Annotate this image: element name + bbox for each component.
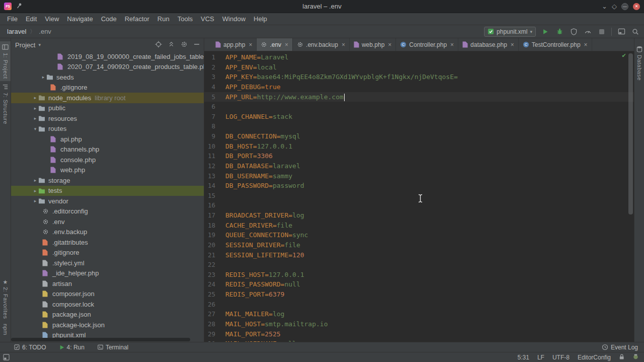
menu-code[interactable]: Code: [97, 15, 121, 23]
code-line-28[interactable]: 28MAIL_HOST=smtp.mailtrap.io: [204, 319, 634, 329]
tool-window-button-6-todo[interactable]: 6: TODO: [14, 344, 46, 351]
tool-stripe-button-npm[interactable]: npm: [0, 321, 11, 338]
code-line-21[interactable]: 21SESSION_LIFETIME=120: [204, 250, 634, 260]
expand-arrow-icon[interactable]: ▸: [32, 106, 38, 111]
run-with-coverage-button[interactable]: [569, 27, 578, 36]
tree-item-node-modules[interactable]: ▸node_moduleslibrary root: [11, 93, 204, 103]
tree-item-package-json[interactable]: package.json: [11, 310, 204, 320]
line-number[interactable]: 25: [204, 289, 225, 300]
line-number[interactable]: 18: [204, 221, 225, 231]
line-number[interactable]: 26: [204, 300, 225, 310]
tool-stripe-button-1-project[interactable]: 1: Project: [0, 41, 11, 81]
close-icon[interactable]: ✕: [633, 3, 640, 10]
window-menu-icon[interactable]: ⌄: [602, 3, 607, 10]
line-number[interactable]: 16: [204, 200, 225, 210]
editor-tab-controller-php[interactable]: CController.php×: [396, 38, 458, 51]
editor-tab-web-php[interactable]: web.php×: [350, 38, 396, 51]
line-number[interactable]: 15: [204, 191, 225, 201]
inspections-widget-icon[interactable]: [632, 353, 639, 361]
tab-close-icon[interactable]: ×: [342, 41, 345, 48]
minimize-icon[interactable]: —: [621, 3, 628, 10]
tool-stripe-button-2-favorites[interactable]: ★2: Favorites: [0, 276, 11, 321]
line-number[interactable]: 7: [204, 112, 225, 122]
tree-item-routes[interactable]: ▾routes: [11, 124, 204, 134]
chevron-down-icon[interactable]: ▾: [38, 42, 41, 47]
search-everywhere-icon[interactable]: [631, 27, 640, 36]
tree-item--editorconfig[interactable]: .editorconfig: [11, 206, 204, 217]
code-line-12[interactable]: 12DB_DATABASE=laravel: [204, 161, 634, 171]
hide-panel-icon[interactable]: [194, 41, 200, 49]
tree-item-seeds[interactable]: ▸seeds: [11, 72, 204, 83]
line-number[interactable]: 27: [204, 309, 225, 319]
line-number[interactable]: 21: [204, 250, 225, 260]
tree-item--gitignore[interactable]: .gitignore: [11, 248, 204, 258]
editor-tab-database-php[interactable]: database.php×: [458, 38, 519, 51]
menu-window[interactable]: Window: [218, 15, 250, 23]
tree-item-artisan[interactable]: artisan: [11, 278, 204, 289]
editorconfig-indicator[interactable]: EditorConfig: [578, 354, 611, 361]
menu-navigate[interactable]: Navigate: [63, 15, 97, 23]
line-number[interactable]: 24: [204, 279, 225, 289]
code-line-17[interactable]: 17BROADCAST_DRIVER=log: [204, 210, 634, 221]
tree-item--gitignore[interactable]: .gitignore: [11, 83, 204, 93]
settings-gear-icon[interactable]: [181, 41, 188, 49]
code-line-24[interactable]: 24REDIS_PASSWORD=null: [204, 279, 634, 289]
run-configuration-select[interactable]: phpunit.xml ▾: [484, 27, 536, 37]
tree-item-vendor[interactable]: ▸vendor: [11, 196, 204, 206]
menu-view[interactable]: View: [41, 15, 63, 23]
breadcrumb-file[interactable]: .env: [39, 28, 51, 35]
code-editor[interactable]: 1APP_NAME=Laravel2APP_ENV=local3APP_KEY=…: [204, 51, 634, 342]
tab-close-icon[interactable]: ×: [450, 41, 454, 48]
expand-arrow-icon[interactable]: ▸: [32, 188, 38, 193]
line-number[interactable]: 23: [204, 270, 225, 280]
tab-close-icon[interactable]: ×: [388, 41, 391, 48]
expand-arrow-icon[interactable]: ▸: [32, 198, 38, 203]
code-line-6[interactable]: 6: [204, 102, 634, 112]
editor-tab-app-php[interactable]: app.php×: [211, 38, 257, 51]
code-line-14[interactable]: 14DB_PASSWORD=password: [204, 181, 634, 191]
menu-refactor[interactable]: Refactor: [121, 15, 153, 23]
tree-item-api-php[interactable]: api.php: [11, 134, 204, 144]
code-line-19[interactable]: 19QUEUE_CONNECTION=sync: [204, 230, 634, 240]
editor-tab--env-backup[interactable]: .env.backup×: [293, 38, 350, 51]
tab-close-icon[interactable]: ×: [285, 41, 288, 48]
tree-item-public[interactable]: ▸public: [11, 103, 204, 114]
code-line-10[interactable]: 10DB_HOST=127.0.0.1: [204, 141, 634, 152]
code-line-23[interactable]: 23REDIS_HOST=127.0.0.1: [204, 270, 634, 280]
line-number[interactable]: 1: [204, 52, 225, 62]
code-line-5[interactable]: 5APP_URL=http://www.example.com: [204, 92, 634, 102]
line-number[interactable]: 5: [204, 92, 225, 102]
tree-item-web-php[interactable]: web.php: [11, 165, 204, 176]
line-number[interactable]: 4: [204, 82, 225, 92]
tree-item-storage[interactable]: ▸storage: [11, 175, 204, 186]
event-log-button[interactable]: Event Log: [602, 344, 638, 351]
menu-edit[interactable]: Edit: [22, 15, 41, 23]
expand-arrow-icon[interactable]: ▸: [32, 95, 38, 100]
tool-window-button-terminal[interactable]: Terminal: [98, 344, 128, 351]
stop-button[interactable]: [597, 27, 606, 36]
code-line-11[interactable]: 11DB_PORT=3306: [204, 151, 634, 161]
line-number[interactable]: 19: [204, 230, 225, 240]
code-line-25[interactable]: 25REDIS_PORT=6379: [204, 289, 634, 300]
code-line-29[interactable]: 29MAIL_PORT=2525: [204, 329, 634, 339]
line-number[interactable]: 13: [204, 171, 225, 181]
menu-vcs[interactable]: VCS: [197, 15, 218, 23]
code-line-27[interactable]: 27MAIL_MAILER=log: [204, 309, 634, 319]
line-number[interactable]: 11: [204, 151, 225, 161]
menu-help[interactable]: Help: [250, 15, 271, 23]
menu-run[interactable]: Run: [153, 15, 174, 23]
tree-item-channels-php[interactable]: channels.php: [11, 144, 204, 155]
expand-arrow-icon[interactable]: ▾: [32, 126, 38, 131]
line-number[interactable]: 3: [204, 72, 225, 82]
code-line-9[interactable]: 9DB_CONNECTION=mysql: [204, 131, 634, 141]
code-line-18[interactable]: 18CACHE_DRIVER=file: [204, 221, 634, 231]
caret-position[interactable]: 5:31: [518, 354, 529, 361]
tree-item--ide-helper-php[interactable]: _ide_helper.php: [11, 268, 204, 279]
code-line-26[interactable]: 26: [204, 300, 634, 310]
tree-item-composer-lock[interactable]: composer.lock: [11, 299, 204, 310]
code-line-22[interactable]: 22: [204, 260, 634, 270]
debug-button[interactable]: [555, 27, 564, 36]
project-panel-title[interactable]: Project: [15, 41, 35, 49]
code-line-1[interactable]: 1APP_NAME=Laravel: [204, 52, 634, 62]
breadcrumb-project[interactable]: laravel: [7, 28, 26, 35]
